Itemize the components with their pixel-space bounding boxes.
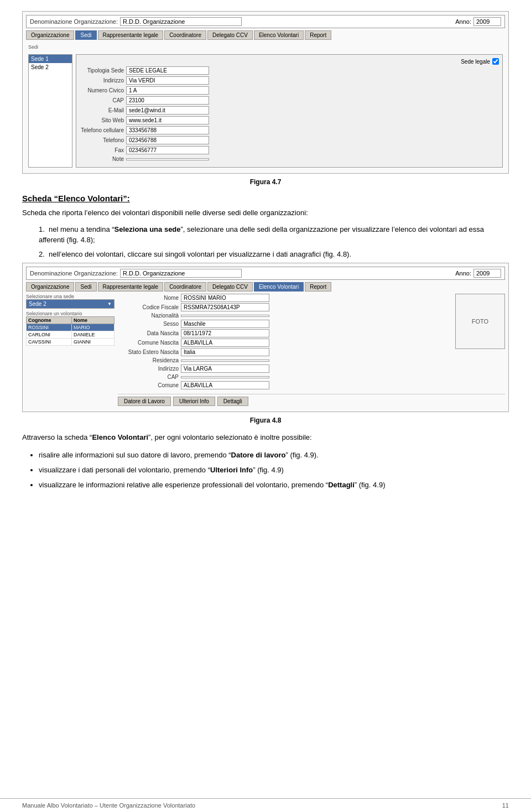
form-input-48[interactable]: Maschile: [181, 320, 269, 328]
dettagli-button[interactable]: Dettagli: [217, 397, 248, 406]
table-row[interactable]: CARLONIDANIELE: [27, 331, 114, 339]
tab-report-48[interactable]: Report: [305, 282, 331, 292]
tab-rappresentante-47[interactable]: Rappresentante legale: [98, 30, 164, 40]
sede-dropdown[interactable]: Sede 2 ▼: [26, 299, 114, 309]
nav-tabs-48: Organizzazione Sedi Rappresentante legal…: [26, 282, 505, 292]
form-label-47: Numero Civico: [80, 87, 124, 93]
bullet3-bold: Dettagli: [328, 481, 355, 489]
tab-sedi-47[interactable]: Sedi: [75, 30, 96, 40]
form-row-47: Note: [80, 156, 499, 162]
volontario-table: Cognome Nome ROSSINIMARIOCARLONIDANIELEC…: [26, 316, 114, 346]
table-row[interactable]: ROSSINIMARIO: [27, 324, 114, 331]
datore-lavoro-button[interactable]: Datore di Lavoro: [118, 397, 171, 406]
form-input-47[interactable]: sede1@wind.it: [126, 106, 209, 114]
year-value-48: 2009: [473, 269, 501, 278]
tab-elenco-48[interactable]: Elenco Volontari: [254, 282, 304, 292]
sidebar-item-sede1[interactable]: Sede 1: [29, 55, 72, 63]
org-label-48: Denominazione Organizzazione:: [30, 270, 118, 277]
caption-47: Figura 4.7: [22, 178, 509, 186]
sidebar-item-sede2[interactable]: Sede 2: [29, 63, 72, 71]
foto-box: FOTO: [455, 294, 505, 349]
table-row[interactable]: CAVSSINIGIANNI: [27, 339, 114, 346]
form-label-48: Codice Fiscale: [118, 304, 179, 310]
form-input-47[interactable]: SEDE LEGALE: [126, 66, 209, 75]
form-input-47[interactable]: 23100: [126, 96, 209, 105]
form-row-47: IndirizzoVia VERDI: [80, 76, 499, 85]
section-heading: Scheda “Elenco Volontari”:: [22, 194, 509, 203]
form-row-48: Comune NascitaALBAVILLA: [118, 339, 450, 347]
form-row-47: Tipologia SedeSEDE LEGALE: [80, 66, 499, 75]
bullet-item-1: risalire alle informazioni sul suo dator…: [39, 449, 509, 461]
form-label-48: Indirizzo: [118, 366, 179, 372]
year-value-47: 2009: [473, 17, 501, 26]
form-input-48[interactable]: ALBAVILLA: [181, 381, 269, 389]
form-label-48: Stato Estero Nascita: [118, 349, 179, 355]
form-input-48[interactable]: [181, 376, 269, 378]
tab-organizzazione-47[interactable]: Organizzazione: [26, 30, 74, 40]
form-row-48: ComuneALBAVILLA: [118, 381, 450, 389]
form-input-48[interactable]: ROSSINI MARIO: [181, 294, 269, 302]
form-input-48[interactable]: RSSMRA72S08A143P: [181, 303, 269, 311]
tab-report-47[interactable]: Report: [305, 30, 331, 40]
form-47: Sede legale Tipologia SedeSEDE LEGALEInd…: [76, 54, 503, 168]
form-input-48[interactable]: Italia: [181, 348, 269, 356]
section-desc: Scheda che riporta l’elenco dei volontar…: [22, 207, 509, 218]
form-input-47[interactable]: 333456788: [126, 126, 209, 134]
tab-coordinatore-47[interactable]: Coordinatore: [164, 30, 206, 40]
form-input-47[interactable]: [126, 158, 209, 160]
form-input-48[interactable]: ALBAVILLA: [181, 339, 269, 347]
tab-rappresentante-48[interactable]: Rappresentante legale: [98, 282, 164, 292]
form-input-47[interactable]: 023456777: [126, 146, 209, 154]
form-label-47: Indirizzo: [80, 77, 124, 84]
form-row-48: Data Nascita08/11/1972: [118, 329, 450, 337]
form-input-48[interactable]: [181, 315, 269, 317]
org-value-47: R.D.D. Organizzazione: [120, 17, 242, 26]
form-label-48: Comune Nascita: [118, 340, 179, 346]
tab-delegato-48[interactable]: Delegato CCV: [207, 282, 253, 292]
bullet-item-2: visualizzare i dati personali del volont…: [39, 464, 509, 476]
tab-organizzazione-48[interactable]: Organizzazione: [26, 282, 74, 292]
form-label-47: Telefono: [80, 137, 124, 143]
form-label-48: CAP: [118, 374, 179, 380]
dropdown-arrow-icon: ▼: [107, 301, 112, 306]
numbered-item-2: 2. nell’elenco dei volontari, cliccare s…: [39, 249, 509, 260]
fig48-left: Selezionare una sede Sede 2 ▼ Selezionar…: [26, 294, 114, 408]
ulteriori-info-button[interactable]: Ulteriori Info: [173, 397, 215, 406]
tab-delegato-47[interactable]: Delegato CCV: [207, 30, 253, 40]
tab-coordinatore-48[interactable]: Coordinatore: [164, 282, 206, 292]
sedi-breadcrumb: Sedi: [26, 42, 505, 52]
bottom-buttons: Datore di Lavoro Ulteriori Info Dettagli: [118, 394, 505, 408]
form-input-48[interactable]: Via LARGA: [181, 365, 269, 373]
org-value-48: R.D.D. Organizzazione: [120, 269, 242, 278]
app-header-48: Denominazione Organizzazione: R.D.D. Org…: [26, 267, 505, 280]
form-input-48[interactable]: [181, 360, 269, 362]
form-row-47: Telefono cellulare333456788: [80, 126, 499, 134]
form-input-48[interactable]: 08/11/1972: [181, 329, 269, 337]
form-label-47: CAP: [80, 97, 124, 103]
sede-selector: Selezionare una sede Sede 2 ▼: [26, 294, 114, 309]
sidebar-47: Sede 1 Sede 2: [28, 54, 72, 168]
select-volontario-label: Selezionare un volontario: [26, 311, 114, 316]
tab-sedi-48[interactable]: Sedi: [75, 282, 96, 292]
form-label-48: Sesso: [118, 321, 179, 327]
item1-bold: Seleziona una sede: [114, 225, 181, 233]
form-input-47[interactable]: Via VERDI: [126, 76, 209, 85]
form-row-48: Residenza: [118, 357, 450, 363]
form-label-47: Telefono cellulare: [80, 127, 124, 133]
sede-legale-checkbox[interactable]: [492, 58, 499, 65]
form-row-47: CAP23100: [80, 96, 499, 105]
tab-elenco-47[interactable]: Elenco Volontari: [254, 30, 304, 40]
fig48-fields: NomeROSSINI MARIOCodice FiscaleRSSMRA72S…: [118, 294, 450, 391]
content-47: Sede 1 Sede 2 Sede legale Tipologia Sede…: [26, 52, 505, 170]
year-label-47: Anno:: [455, 18, 471, 25]
fig47-fields: Tipologia SedeSEDE LEGALEIndirizzoVia VE…: [80, 66, 499, 162]
numbered-item-1: 1. nel menu a tendina “Seleziona una sed…: [39, 224, 509, 246]
form-row-48: IndirizzoVia LARGA: [118, 365, 450, 373]
form-label-47: Sito Web: [80, 117, 124, 123]
form-input-47[interactable]: 023456788: [126, 136, 209, 144]
form-input-47[interactable]: www.sede1.it: [126, 116, 209, 124]
fig48-right: NomeROSSINI MARIOCodice FiscaleRSSMRA72S…: [118, 294, 505, 408]
form-input-47[interactable]: 1 A: [126, 86, 209, 95]
form-row-48: CAP: [118, 374, 450, 380]
fig48-content: Selezionare una sede Sede 2 ▼ Selezionar…: [26, 294, 505, 408]
